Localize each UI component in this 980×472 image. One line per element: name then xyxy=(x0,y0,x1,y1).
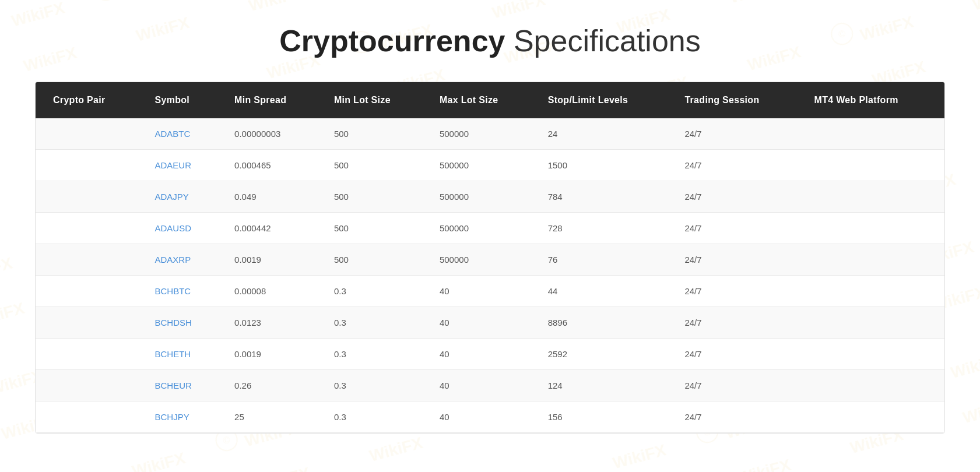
min-lot-size-cell: 0.3 xyxy=(322,401,428,433)
symbol-cell: BCHEUR xyxy=(143,370,223,401)
page-title-bold: Cryptocurrency xyxy=(279,24,505,58)
stop-limit-cell: 156 xyxy=(536,401,673,433)
crypto-pair-cell xyxy=(36,370,143,401)
symbol-cell: BCHBTC xyxy=(143,276,223,307)
max-lot-size-cell: 500000 xyxy=(428,150,536,181)
mt4-cell xyxy=(803,307,944,339)
crypto-pair-cell xyxy=(36,401,143,433)
stop-limit-cell: 124 xyxy=(536,370,673,401)
crypto-specifications-table: Crypto Pair Symbol Min Spread Min Lot Si… xyxy=(36,82,944,433)
min-spread-cell: 0.26 xyxy=(223,370,322,401)
min-spread-cell: 0.0019 xyxy=(223,244,322,276)
page-content: Cryptocurrency Specifications Crypto Pai… xyxy=(0,0,980,457)
min-lot-size-cell: 500 xyxy=(322,244,428,276)
min-lot-size-cell: 500 xyxy=(322,181,428,213)
page-title: Cryptocurrency Specifications xyxy=(35,23,945,58)
trading-session-cell: 24/7 xyxy=(673,244,802,276)
min-lot-size-cell: 0.3 xyxy=(322,339,428,370)
table-row: ADAEUR0.000465500500000150024/7 xyxy=(36,150,944,181)
trading-session-cell: 24/7 xyxy=(673,181,802,213)
mt4-cell xyxy=(803,244,944,276)
table-row: BCHDSH0.01230.340889624/7 xyxy=(36,307,944,339)
max-lot-size-cell: 500000 xyxy=(428,181,536,213)
table-row: ADAUSD0.00044250050000072824/7 xyxy=(36,213,944,244)
min-lot-size-cell: 0.3 xyxy=(322,370,428,401)
min-spread-cell: 0.0123 xyxy=(223,307,322,339)
stop-limit-cell: 784 xyxy=(536,181,673,213)
table-header-row: Crypto Pair Symbol Min Spread Min Lot Si… xyxy=(36,82,944,118)
symbol-cell: BCHETH xyxy=(143,339,223,370)
stop-limit-cell: 44 xyxy=(536,276,673,307)
crypto-pair-cell xyxy=(36,213,143,244)
min-lot-size-cell: 0.3 xyxy=(322,276,428,307)
col-header-stop-limit: Stop/Limit Levels xyxy=(536,82,673,118)
trading-session-cell: 24/7 xyxy=(673,370,802,401)
stop-limit-cell: 8896 xyxy=(536,307,673,339)
stop-limit-cell: 76 xyxy=(536,244,673,276)
mt4-cell xyxy=(803,276,944,307)
min-lot-size-cell: 500 xyxy=(322,118,428,150)
max-lot-size-cell: 500000 xyxy=(428,244,536,276)
max-lot-size-cell: 500000 xyxy=(428,213,536,244)
table-row: BCHEUR0.260.34012424/7 xyxy=(36,370,944,401)
trading-session-cell: 24/7 xyxy=(673,213,802,244)
min-spread-cell: 25 xyxy=(223,401,322,433)
stop-limit-cell: 2592 xyxy=(536,339,673,370)
trading-session-cell: 24/7 xyxy=(673,307,802,339)
trading-session-cell: 24/7 xyxy=(673,401,802,433)
mt4-cell xyxy=(803,181,944,213)
col-header-crypto-pair: Crypto Pair xyxy=(36,82,143,118)
max-lot-size-cell: 40 xyxy=(428,276,536,307)
max-lot-size-cell: 40 xyxy=(428,370,536,401)
min-lot-size-cell: 0.3 xyxy=(322,307,428,339)
symbol-cell: ADAJPY xyxy=(143,181,223,213)
mt4-cell xyxy=(803,213,944,244)
table-body: ADABTC0.000000035005000002424/7ADAEUR0.0… xyxy=(36,118,944,433)
table-row: BCHETH0.00190.340259224/7 xyxy=(36,339,944,370)
min-spread-cell: 0.000465 xyxy=(223,150,322,181)
trading-session-cell: 24/7 xyxy=(673,150,802,181)
stop-limit-cell: 1500 xyxy=(536,150,673,181)
crypto-pair-cell xyxy=(36,244,143,276)
crypto-pair-cell xyxy=(36,150,143,181)
symbol-cell: BCHDSH xyxy=(143,307,223,339)
col-header-trading-session: Trading Session xyxy=(673,82,802,118)
trading-session-cell: 24/7 xyxy=(673,339,802,370)
crypto-pair-cell xyxy=(36,307,143,339)
min-spread-cell: 0.0019 xyxy=(223,339,322,370)
col-header-min-lot-size: Min Lot Size xyxy=(322,82,428,118)
mt4-cell xyxy=(803,118,944,150)
max-lot-size-cell: 500000 xyxy=(428,118,536,150)
mt4-cell xyxy=(803,401,944,433)
symbol-cell: ADABTC xyxy=(143,118,223,150)
min-spread-cell: 0.049 xyxy=(223,181,322,213)
stop-limit-cell: 728 xyxy=(536,213,673,244)
max-lot-size-cell: 40 xyxy=(428,339,536,370)
symbol-cell: ADAUSD xyxy=(143,213,223,244)
stop-limit-cell: 24 xyxy=(536,118,673,150)
crypto-pair-cell xyxy=(36,339,143,370)
trading-session-cell: 24/7 xyxy=(673,118,802,150)
col-header-min-spread: Min Spread xyxy=(223,82,322,118)
table-row: ADAJPY0.04950050000078424/7 xyxy=(36,181,944,213)
trading-session-cell: 24/7 xyxy=(673,276,802,307)
col-header-symbol: Symbol xyxy=(143,82,223,118)
crypto-pair-cell xyxy=(36,276,143,307)
symbol-cell: BCHJPY xyxy=(143,401,223,433)
crypto-pair-cell xyxy=(36,118,143,150)
min-lot-size-cell: 500 xyxy=(322,150,428,181)
mt4-cell xyxy=(803,150,944,181)
min-spread-cell: 0.00000003 xyxy=(223,118,322,150)
crypto-table-wrapper: Crypto Pair Symbol Min Spread Min Lot Si… xyxy=(35,82,945,434)
col-header-max-lot-size: Max Lot Size xyxy=(428,82,536,118)
crypto-pair-cell xyxy=(36,181,143,213)
col-header-mt4: MT4 Web Platform xyxy=(803,82,944,118)
min-spread-cell: 0.000442 xyxy=(223,213,322,244)
table-row: ADABTC0.000000035005000002424/7 xyxy=(36,118,944,150)
mt4-cell xyxy=(803,339,944,370)
max-lot-size-cell: 40 xyxy=(428,401,536,433)
symbol-cell: ADAEUR xyxy=(143,150,223,181)
symbol-cell: ADAXRP xyxy=(143,244,223,276)
min-spread-cell: 0.00008 xyxy=(223,276,322,307)
table-row: BCHBTC0.000080.3404424/7 xyxy=(36,276,944,307)
